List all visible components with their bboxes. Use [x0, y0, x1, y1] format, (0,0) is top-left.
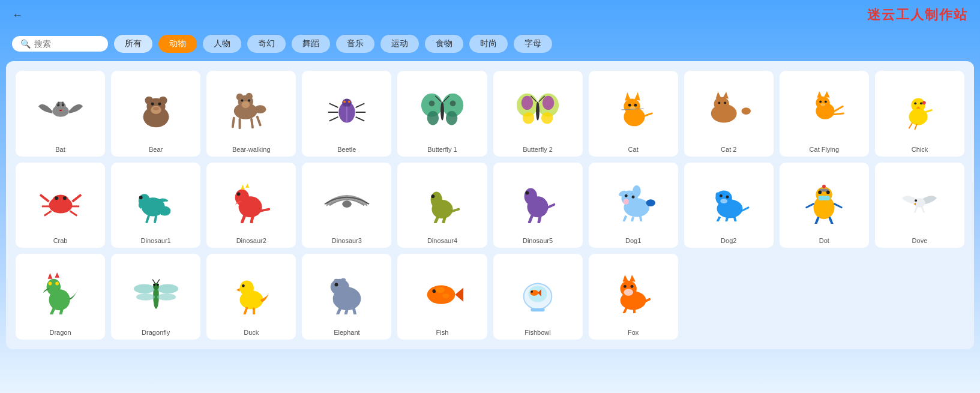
svg-point-18 [245, 93, 253, 100]
svg-line-125 [539, 217, 540, 223]
filter-letters[interactable]: 字母 [514, 35, 552, 53]
character-card-chick[interactable]: Chick [875, 71, 964, 157]
filter-fashion[interactable]: 时尚 [469, 35, 508, 53]
svg-point-14 [153, 107, 159, 110]
svg-line-163 [922, 206, 924, 213]
svg-point-165 [46, 279, 60, 295]
character-image [609, 167, 657, 235]
character-image [895, 76, 943, 143]
character-image [705, 167, 753, 235]
svg-point-42 [429, 101, 435, 107]
svg-point-173 [134, 284, 155, 293]
svg-point-132 [632, 196, 635, 199]
character-card-dinosaur5[interactable]: Dinosaur5 [493, 163, 583, 248]
character-card-dragon[interactable]: Dragon [16, 254, 105, 340]
character-image [227, 259, 275, 326]
character-card-fish[interactable]: Fish [397, 254, 487, 340]
character-card-butterfly-1[interactable]: Butterfly 1 [397, 71, 487, 157]
character-label: Dog1 [625, 237, 641, 244]
svg-point-13 [158, 103, 161, 106]
svg-line-24 [251, 119, 253, 128]
character-card-dinosaur2[interactable]: Dinosaur2 [206, 163, 296, 248]
character-card-dove[interactable]: Dove [875, 163, 964, 248]
character-card-cat[interactable]: Cat [589, 71, 678, 157]
svg-point-73 [816, 97, 830, 109]
filter-animal[interactable]: 动物 [158, 35, 197, 53]
svg-point-102 [159, 206, 171, 216]
svg-point-108 [236, 193, 240, 196]
svg-line-105 [155, 217, 156, 223]
character-card-dot[interactable]: Dot [780, 163, 869, 248]
svg-point-183 [239, 281, 253, 296]
svg-point-153 [826, 190, 830, 194]
character-card-beetle[interactable]: Beetle [302, 71, 391, 157]
svg-marker-59 [634, 92, 640, 101]
character-label: Dinosaur5 [523, 237, 553, 244]
logo: 迷云工人制作站 [867, 6, 968, 24]
character-card-dog1[interactable]: Dog1 [589, 163, 678, 248]
character-card-duck[interactable]: Duck [206, 254, 296, 340]
svg-point-60 [628, 104, 631, 107]
svg-point-92 [55, 196, 58, 200]
character-card-bat[interactable]: Bat [16, 71, 105, 157]
search-input[interactable] [34, 39, 94, 49]
filter-people[interactable]: 人物 [203, 35, 241, 53]
svg-line-95 [72, 194, 81, 202]
character-label: Bat [55, 146, 65, 153]
character-card-butterfly-2[interactable]: Butterfly 2 [493, 71, 583, 157]
svg-line-157 [816, 218, 819, 224]
search-box: 🔍 [12, 36, 108, 52]
svg-point-1 [55, 102, 66, 112]
character-image [227, 167, 275, 235]
svg-line-118 [435, 218, 437, 223]
svg-point-41 [446, 111, 458, 125]
character-card-cat-flying[interactable]: Cat Flying [780, 71, 869, 157]
back-button[interactable]: ← [12, 9, 26, 22]
character-card-dog2[interactable]: Dog2 [684, 163, 774, 248]
character-card-dinosaur4[interactable]: Dinosaur4 [397, 163, 487, 248]
svg-line-86 [909, 122, 913, 128]
svg-line-124 [529, 217, 532, 223]
character-label: Butterfly 2 [523, 146, 553, 153]
svg-point-199 [442, 293, 449, 298]
svg-point-89 [922, 101, 926, 104]
filter-food[interactable]: 食物 [425, 35, 463, 53]
filter-all[interactable]: 所有 [114, 35, 152, 53]
character-card-dinosaur3[interactable]: Dinosaur3 [302, 163, 391, 248]
svg-line-32 [355, 104, 364, 108]
filter-dance[interactable]: 舞蹈 [292, 35, 330, 53]
character-card-dinosaur1[interactable]: Dinosaur1 [111, 163, 200, 248]
character-label: Fish [436, 329, 449, 336]
character-card-bear[interactable]: Bear [111, 71, 200, 157]
character-grid: BatBearBear-walkingBeetleButterfly 1Butt… [6, 61, 974, 349]
character-image [609, 76, 657, 143]
filter-sports[interactable]: 运动 [380, 35, 419, 53]
svg-point-117 [431, 195, 434, 199]
character-card-bear-walking[interactable]: Bear-walking [206, 71, 296, 157]
character-card-elephant[interactable]: Elephant [302, 254, 391, 340]
svg-marker-110 [245, 184, 249, 188]
svg-marker-167 [55, 272, 59, 278]
character-image [227, 76, 275, 143]
svg-point-123 [526, 191, 529, 195]
character-label: Dinosaur3 [332, 237, 362, 244]
character-image [514, 259, 562, 326]
character-label: Beetle [337, 146, 356, 153]
svg-line-156 [835, 204, 842, 208]
svg-line-158 [830, 218, 832, 224]
character-card-dragonfly[interactable]: Dragonfly [111, 254, 200, 340]
character-label: Bear-walking [232, 146, 271, 153]
character-card-fishbowl[interactable]: Fishbowl [493, 254, 583, 340]
svg-line-22 [233, 118, 234, 127]
svg-line-34 [355, 117, 364, 121]
character-label: Butterfly 1 [427, 146, 457, 153]
character-card-cat-2[interactable]: Cat 2 [684, 71, 774, 157]
character-label: Dinosaur1 [141, 237, 171, 244]
svg-line-145 [726, 217, 727, 221]
filter-fantasy[interactable]: 奇幻 [247, 35, 286, 53]
character-card-fox[interactable]: Fox [589, 254, 678, 340]
character-label: Dog2 [721, 237, 736, 244]
character-label: Cat [628, 146, 639, 153]
character-card-crab[interactable]: Crab [16, 163, 105, 248]
filter-music[interactable]: 音乐 [336, 35, 374, 53]
